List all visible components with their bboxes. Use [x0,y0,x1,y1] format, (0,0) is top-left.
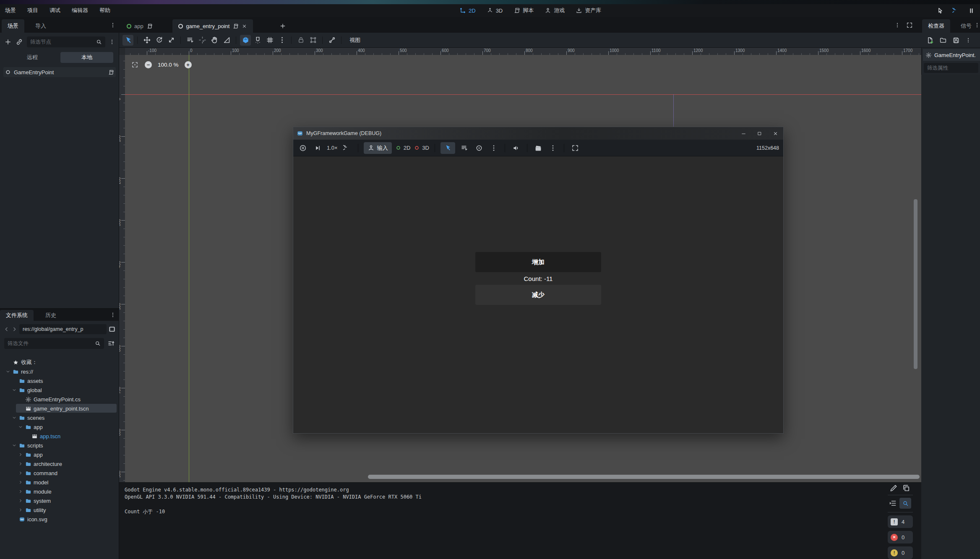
select-mode-button[interactable] [440,142,455,154]
workspace-资产库[interactable]: 资产库 [576,7,601,14]
scene-tab-game_entry_point[interactable]: game_entry_point [172,19,253,33]
audio-mute-button[interactable] [511,143,521,153]
path-field[interactable] [19,324,107,334]
reset-button[interactable] [341,143,352,153]
maximize-button[interactable] [751,127,767,140]
tree-item-app[interactable]: app [0,450,119,459]
collapse-arrow-icon[interactable] [12,387,17,393]
menu-item-场景[interactable]: 场景 [5,7,16,14]
save-resource-icon[interactable] [952,36,960,44]
center-view-icon[interactable] [131,61,139,69]
scene-filter[interactable] [27,36,105,47]
tree-item-GameEntryPoint.cs[interactable]: GameEntryPoint.cs [0,395,119,404]
file-filter[interactable] [4,338,104,349]
camera-override-button[interactable] [474,143,485,153]
sort-files-icon[interactable] [107,340,115,347]
next-frame-button[interactable] [312,143,323,153]
pause-icon[interactable] [968,7,975,14]
scene-dock-menu-icon[interactable] [110,22,116,28]
list-select-tool[interactable] [185,35,195,46]
minimize-button[interactable] [735,127,751,140]
workspace-3D[interactable]: 3D [487,7,503,14]
expand-arrow-icon[interactable] [18,461,23,466]
inspector-extra-menu-icon[interactable] [965,36,971,44]
zoom-out-button[interactable]: − [145,61,152,68]
suspend-button[interactable] [297,143,308,153]
input-mode-button[interactable]: 输入 [364,142,392,154]
menu-item-编辑器[interactable]: 编辑器 [72,7,88,14]
2d-viewport[interactable]: − 100.0 % + MyGFrameworkGame (DEBUG) 1.0… [125,55,921,482]
collapse-arrow-icon[interactable] [12,443,17,448]
load-resource-icon[interactable] [939,36,947,44]
embed-fullscreen-button[interactable] [570,143,581,153]
tree-item-architecture[interactable]: architecture [0,459,119,468]
workspace-游戏[interactable]: 游戏 [545,7,565,14]
lock-selection-button[interactable] [295,35,306,46]
dock-tab-信号[interactable]: 信号 [955,19,977,33]
expand-arrow-icon[interactable] [18,507,23,512]
split-view-icon[interactable] [108,325,116,333]
remote-button[interactable]: 远程 [6,52,59,63]
expand-arrow-icon[interactable] [18,480,23,485]
add-node-icon[interactable] [4,38,12,46]
camera-options-menu[interactable] [488,143,499,153]
game-options-menu[interactable] [547,143,558,153]
warnings-badge[interactable]: !0 [888,546,913,559]
pick-icon[interactable] [937,7,944,14]
collapse-tree-icon[interactable] [889,499,897,507]
tree-item-system[interactable]: system [0,496,119,505]
tree-item-command[interactable]: command [0,468,119,478]
search-output-button[interactable] [899,498,911,509]
scale-tool[interactable] [166,35,177,46]
scene-filter-menu-icon[interactable] [109,38,115,46]
snap-menu[interactable] [276,35,287,46]
scene-tree-root-node[interactable]: GameEntryPoint [0,67,119,77]
dock-tab-场景[interactable]: 场景 [2,19,24,33]
tree-item-scripts[interactable]: scripts [0,441,119,450]
menu-item-项目[interactable]: 项目 [27,7,38,14]
decrease-button[interactable]: 减少 [475,285,601,305]
local-button[interactable]: 本地 [60,52,113,63]
fs-tab-历史[interactable]: 历史 [39,310,62,321]
horizontal-scrollbar[interactable] [368,475,920,479]
tree-item-assets[interactable]: assets [0,376,119,385]
tree-item-module[interactable]: module [0,487,119,496]
nav-forward-icon[interactable] [11,325,18,333]
list-select-mode-button[interactable] [459,143,470,153]
dock-tab-检查器[interactable]: 检查器 [922,19,950,33]
pan-tool[interactable] [209,35,220,46]
grid-snap-toggle[interactable] [264,35,275,46]
scene-tabs-menu-icon[interactable] [894,22,900,28]
path-input[interactable] [23,326,103,332]
zoom-in-button[interactable]: + [185,61,192,68]
movie-mode-button[interactable] [533,143,544,153]
menu-item-帮助[interactable]: 帮助 [99,7,110,14]
tree-item-res://[interactable]: res:// [0,367,119,376]
distraction-free-icon[interactable] [906,22,913,29]
new-scene-tab-button[interactable] [276,19,289,33]
instance-scene-icon[interactable] [16,38,23,46]
tree-item-app[interactable]: app [0,422,119,432]
tree-item-scenes[interactable]: scenes [0,413,119,422]
expand-arrow-icon[interactable] [18,498,23,503]
expand-arrow-icon[interactable] [18,452,23,457]
filesystem-dock-menu-icon[interactable] [110,312,116,318]
tree-item-收藏：[interactable]: 收藏： [0,358,119,367]
rotate-tool[interactable] [154,35,164,46]
script-icon[interactable] [108,69,114,75]
copy-output-icon[interactable] [902,484,910,492]
tree-item-model[interactable]: model [0,478,119,487]
new-resource-icon[interactable] [926,36,934,44]
nav-back-icon[interactable] [3,325,10,333]
fs-tab-文件系统[interactable]: 文件系统 [0,310,34,321]
collapse-arrow-icon[interactable] [18,424,23,429]
increase-button[interactable]: 增加 [475,252,601,272]
skeleton-options-button[interactable] [326,35,337,46]
tree-item-utility[interactable]: utility [0,505,119,515]
move-tool[interactable] [141,35,152,46]
close-button[interactable] [767,127,783,140]
inspector-node-row[interactable]: GameEntryPoint. [923,49,980,61]
view-menu-button[interactable]: 视图 [345,36,365,44]
tree-item-game_entry_point.tscn[interactable]: game_entry_point.tscn [0,404,119,413]
ruler-tool[interactable] [221,35,232,46]
